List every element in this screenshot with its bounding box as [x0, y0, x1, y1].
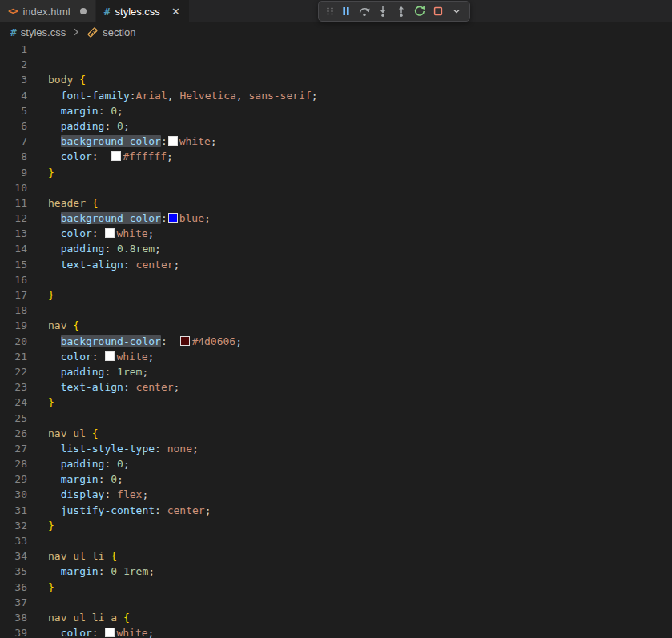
tab-label: index.html: [22, 6, 70, 18]
code-line-37[interactable]: 37: [0, 595, 672, 610]
code-token: [111, 120, 117, 132]
code-line-33[interactable]: 33: [0, 533, 672, 548]
code-line-39[interactable]: 39 color: white;: [0, 625, 672, 638]
code-token: :: [161, 335, 167, 347]
indent-guide: [54, 349, 54, 364]
code-line-10[interactable]: 10: [0, 180, 672, 195]
code-line-23[interactable]: 23 text-align: center;: [0, 379, 672, 395]
pause-icon: [340, 5, 352, 18]
code-token: 0: [117, 120, 123, 132]
tab-styles-css[interactable]: # styles.css ✕: [96, 0, 189, 22]
code-token: :: [123, 259, 130, 271]
code-token: ;: [174, 259, 180, 271]
code-line-29[interactable]: 29 margin: 0;: [0, 471, 672, 487]
color-swatch[interactable]: [111, 151, 121, 161]
code-line-38[interactable]: 38nav ul li a {: [0, 610, 672, 625]
code-token: ;: [148, 227, 155, 239]
code-line-31[interactable]: 31 justify-content: center;: [0, 503, 672, 518]
code-line-35[interactable]: 35 margin: 0 1rem;: [0, 564, 672, 579]
step-into-icon: [376, 5, 389, 18]
code-line-36[interactable]: 36}: [0, 580, 672, 595]
code-line-7[interactable]: 7 background-color:white;: [0, 134, 672, 149]
editor-tab-bar: <> index.html # styles.css ✕: [0, 0, 672, 22]
breadcrumb-file[interactable]: # styles.css: [10, 26, 66, 38]
unsaved-changes-dot-icon[interactable]: [80, 8, 87, 14]
css-file-icon: #: [104, 6, 111, 18]
code-line-17[interactable]: 17}: [0, 287, 672, 303]
code-line-13[interactable]: 13 color: white;: [0, 226, 672, 241]
code-token: ;: [312, 90, 318, 102]
code-line-22[interactable]: 22 padding: 1rem;: [0, 364, 672, 379]
code-token: margin: [61, 565, 99, 577]
line-number: 9: [0, 165, 27, 180]
code-token: li: [92, 612, 105, 624]
code-token: ul: [73, 427, 86, 439]
code-line-21[interactable]: 21 color: white;: [0, 349, 672, 364]
indent-guide: [54, 625, 54, 638]
tab-index-html[interactable]: <> index.html: [0, 0, 96, 22]
gripper-handle[interactable]: [323, 2, 336, 21]
code-line-8[interactable]: 8 color: #ffffff;: [0, 149, 672, 164]
line-number: 3: [0, 72, 27, 87]
code-line-2[interactable]: 2: [0, 57, 672, 72]
breadcrumb-file-label: styles.css: [21, 26, 66, 38]
color-swatch[interactable]: [168, 213, 178, 223]
code-line-20[interactable]: 20 background-color: #4d0606;: [0, 334, 672, 349]
color-swatch[interactable]: [105, 628, 115, 637]
code-token: center: [167, 504, 205, 516]
color-swatch[interactable]: [180, 336, 190, 346]
line-number: 28: [0, 456, 27, 471]
code-token: ,: [236, 90, 243, 102]
color-swatch[interactable]: [105, 228, 115, 238]
code-line-19[interactable]: 19nav {: [0, 318, 672, 333]
code-line-27[interactable]: 27 list-style-type: none;: [0, 441, 672, 456]
indent-guide: [54, 103, 54, 118]
restart-button[interactable]: [410, 2, 429, 21]
code-line-30[interactable]: 30 display: flex;: [0, 487, 672, 502]
code-line-24[interactable]: 24}: [0, 395, 672, 410]
indent-guide: [54, 149, 54, 164]
indent-guide: [54, 487, 54, 502]
gripper-icon: [324, 5, 336, 18]
debug-toolbar: [318, 1, 470, 22]
code-editor[interactable]: 123body {4 font-family:Arial, Helvetica,…: [0, 42, 672, 638]
code-line-28[interactable]: 28 padding: 0;: [0, 456, 672, 471]
code-line-15[interactable]: 15 text-align: center;: [0, 257, 672, 272]
stop-icon: [432, 5, 445, 18]
code-token: blue: [179, 212, 204, 224]
color-swatch[interactable]: [168, 136, 178, 146]
code-line-26[interactable]: 26nav ul {: [0, 426, 672, 441]
code-line-4[interactable]: 4 font-family:Arial, Helvetica, sans-ser…: [0, 88, 672, 103]
step-out-button[interactable]: [392, 2, 410, 21]
code-token: header: [48, 197, 86, 209]
step-over-button[interactable]: [355, 2, 373, 21]
code-line-12[interactable]: 12 background-color:blue;: [0, 211, 672, 226]
close-tab-icon[interactable]: ✕: [171, 6, 180, 17]
code-line-32[interactable]: 32}: [0, 518, 672, 533]
code-line-3[interactable]: 3body {: [0, 72, 672, 87]
code-line-34[interactable]: 34nav ul li {: [0, 548, 672, 564]
stop-button[interactable]: [429, 2, 447, 21]
code-token: ;: [148, 565, 155, 577]
breadcrumb-symbol[interactable]: section: [87, 26, 135, 38]
code-token: :: [123, 381, 130, 393]
code-line-5[interactable]: 5 margin: 0;: [0, 103, 672, 118]
code-line-25[interactable]: 25: [0, 411, 672, 426]
step-into-button[interactable]: [373, 2, 392, 21]
code-token: justify-content: [61, 504, 155, 516]
code-line-18[interactable]: 18: [0, 303, 672, 318]
code-line-16[interactable]: 16: [0, 272, 672, 287]
code-token: margin: [61, 105, 99, 117]
code-line-9[interactable]: 9}: [0, 165, 672, 180]
color-swatch[interactable]: [105, 351, 115, 361]
code-line-1[interactable]: 1: [0, 42, 672, 57]
code-line-14[interactable]: 14 padding: 0.8rem;: [0, 241, 672, 256]
code-token: sans-serif: [248, 90, 311, 102]
code-line-11[interactable]: 11header {: [0, 195, 672, 211]
code-token: ;: [123, 458, 130, 470]
code-line-6[interactable]: 6 padding: 0;: [0, 118, 672, 134]
code-token: ;: [174, 381, 180, 393]
code-token: ul: [73, 550, 86, 562]
chevron-down-button[interactable]: [447, 2, 465, 21]
pause-button[interactable]: [336, 2, 355, 21]
